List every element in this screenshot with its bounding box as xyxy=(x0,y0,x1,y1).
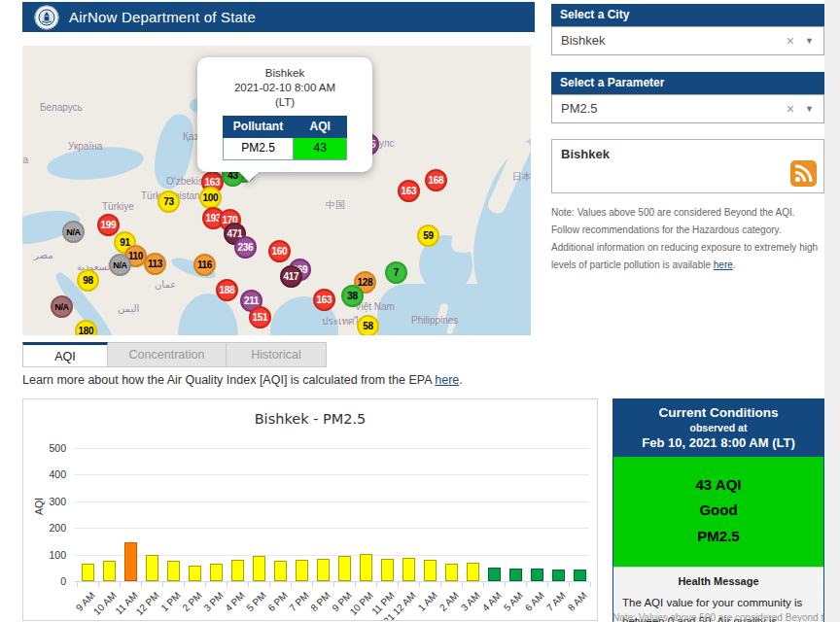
chart-bar[interactable] xyxy=(253,556,265,581)
chart-y-tick-label: 300 xyxy=(27,496,66,507)
app-header: AirNow Department of State xyxy=(22,2,535,32)
chart-x-tick-mark xyxy=(141,582,142,587)
map-place-label: مصر xyxy=(34,250,53,260)
chart-bar[interactable] xyxy=(338,556,351,581)
aqi-marker[interactable]: 73 xyxy=(158,190,180,213)
app-title: AirNow Department of State xyxy=(69,9,256,25)
aqi-marker[interactable]: 151 xyxy=(249,306,271,328)
map-tooltip: Bishkek 2021-02-10 8:00 AM (LT) Pollutan… xyxy=(197,57,372,172)
chart-x-tick-mark xyxy=(526,582,527,587)
chart-bar[interactable] xyxy=(189,566,201,581)
chart-bar[interactable] xyxy=(531,569,543,581)
chart-x-tick-mark xyxy=(419,582,420,587)
parameter-caret-down-icon[interactable]: ▼ xyxy=(805,95,814,122)
aqi-marker[interactable]: 417 xyxy=(280,265,302,288)
chart-bar[interactable] xyxy=(210,564,223,581)
rss-icon[interactable] xyxy=(790,160,817,187)
map-tabs: AQI Concentration Historical xyxy=(22,342,327,367)
rss-city-title: Bishkek xyxy=(561,147,610,161)
current-conditions-panel: Current Conditions observed at Feb 10, 2… xyxy=(612,398,824,622)
aqi-marker[interactable]: 98 xyxy=(77,269,99,292)
select-parameter-header: Select a Parameter xyxy=(551,72,824,94)
chart-bar[interactable] xyxy=(509,569,522,581)
city-clear-icon[interactable]: × xyxy=(787,27,794,54)
state-department-seal-icon xyxy=(34,5,59,30)
aqi-marker[interactable]: N/A xyxy=(109,254,131,276)
map-place-label: România xyxy=(22,155,28,165)
page-right-gutter xyxy=(824,0,840,622)
aqi-marker[interactable]: 160 xyxy=(268,240,291,262)
chart-x-tick-mark xyxy=(162,582,163,587)
aqi-summary-block: 43 AQI Good PM2.5 xyxy=(613,457,823,567)
chart-bar[interactable] xyxy=(124,542,137,581)
aqi-marker[interactable]: 163 xyxy=(398,180,420,202)
chart-x-tick-mark xyxy=(98,582,99,587)
aqi-map[interactable]: БеларусьУкраїнаRomâniaTürkiyeҚазақстанO'… xyxy=(22,46,531,335)
aqi-marker[interactable]: 113 xyxy=(144,253,166,275)
health-message-title: Health Message xyxy=(622,575,815,587)
chart-bar[interactable] xyxy=(445,564,458,581)
chart-x-tick-mark xyxy=(269,582,270,587)
chart-bar[interactable] xyxy=(103,561,116,581)
aqi-marker[interactable]: 163 xyxy=(313,289,335,311)
chart-bar[interactable] xyxy=(552,570,565,581)
aqi-category: Good xyxy=(613,498,823,523)
chart-bar[interactable] xyxy=(381,559,394,581)
tab-aqi[interactable]: AQI xyxy=(22,342,108,367)
tooltip-aqi-value: 43 xyxy=(294,138,347,160)
map-place-label: Беларусь xyxy=(40,102,83,113)
parameter-select[interactable]: PM2.5 × ▼ xyxy=(551,94,824,123)
chart-bar[interactable] xyxy=(467,563,479,581)
chart-bar[interactable] xyxy=(402,558,415,581)
chart-x-tick-mark xyxy=(205,582,206,587)
aqi-marker[interactable]: 116 xyxy=(193,254,216,276)
chart-bar[interactable] xyxy=(146,555,158,581)
aqi-marker[interactable]: 236 xyxy=(234,236,257,259)
aqi-marker[interactable]: 199 xyxy=(97,214,120,236)
city-caret-down-icon[interactable]: ▼ xyxy=(805,27,814,54)
epa-here-link[interactable]: here xyxy=(435,373,459,387)
tab-concentration[interactable]: Concentration xyxy=(108,342,227,367)
chart-x-tick-mark xyxy=(248,582,249,587)
map-place-label: 日本 xyxy=(512,170,531,184)
chart-x-tick-mark xyxy=(184,582,185,587)
aqi-marker[interactable]: 7 xyxy=(385,261,407,284)
aqi-marker[interactable]: 188 xyxy=(216,279,238,301)
aqi-marker[interactable]: N/A xyxy=(62,221,85,243)
chart-bar[interactable] xyxy=(488,568,501,581)
epa-info-line: Learn more about how the Air Quality Ind… xyxy=(22,373,463,387)
chart-title: Bishkek - PM2.5 xyxy=(23,411,597,427)
aqi-marker[interactable]: 180 xyxy=(75,320,97,335)
parameter-clear-icon[interactable]: × xyxy=(787,95,794,122)
observed-at-label: observed at xyxy=(617,422,820,433)
chart-gridline xyxy=(74,528,589,529)
map-place-label: Philippines xyxy=(411,315,458,326)
aqi-marker[interactable]: N/A xyxy=(51,295,73,318)
aqi-marker[interactable]: 100 xyxy=(199,187,222,209)
city-select[interactable]: Bishkek × ▼ xyxy=(551,26,824,55)
chart-bar[interactable] xyxy=(167,561,180,581)
chart-bar[interactable] xyxy=(231,560,244,581)
aqi-marker[interactable]: 168 xyxy=(425,169,447,191)
chart-bar[interactable] xyxy=(317,559,330,581)
chart-bar[interactable] xyxy=(82,564,94,581)
aqi-marker[interactable]: 58 xyxy=(357,315,379,335)
chart-gridline xyxy=(74,448,589,449)
map-place-label: Türkiye xyxy=(102,201,134,212)
aqi-marker[interactable]: 59 xyxy=(417,225,439,247)
current-conditions-header: Current Conditions observed at Feb 10, 2… xyxy=(613,399,823,457)
chart-bar[interactable] xyxy=(296,560,308,581)
aqi-marker[interactable]: 38 xyxy=(341,285,364,307)
sidebar-note-here-link[interactable]: here xyxy=(714,259,733,270)
chart-y-tick-label: 200 xyxy=(27,522,66,534)
chart-bar[interactable] xyxy=(274,561,287,581)
tab-historical[interactable]: Historical xyxy=(227,342,327,367)
chart-x-tick-mark xyxy=(333,582,334,587)
chart-bar[interactable] xyxy=(424,560,437,581)
chart-bar[interactable] xyxy=(360,554,372,581)
chart-bar[interactable] xyxy=(574,570,586,581)
chart-x-tick-mark xyxy=(398,582,399,587)
chart-y-tick-label: 400 xyxy=(27,468,66,480)
chart-x-tick-mark xyxy=(227,582,228,587)
tooltip-pollutant-value: PM2.5 xyxy=(223,138,293,160)
